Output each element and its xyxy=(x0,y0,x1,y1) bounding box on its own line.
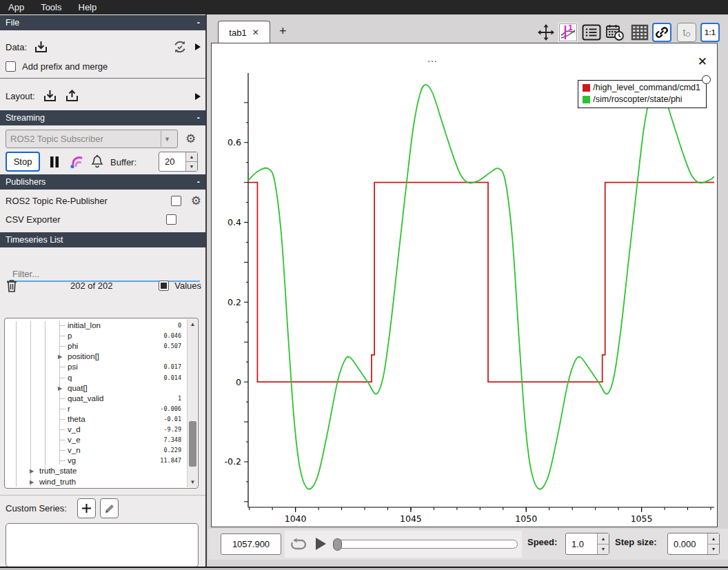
y-tick-label: 0 xyxy=(236,377,241,387)
values-checkbox[interactable] xyxy=(159,281,169,291)
menu-help[interactable]: Help xyxy=(70,1,105,14)
buffer-spin-down[interactable]: ▼ xyxy=(186,162,197,171)
tree-item-wind_truth[interactable]: ▶wind_truth xyxy=(5,477,185,487)
republisher-checkbox[interactable] xyxy=(171,196,181,206)
y-tick-label: 0.6 xyxy=(228,137,241,147)
buffer-label: Buffer: xyxy=(110,157,136,167)
trash-icon[interactable] xyxy=(6,278,18,293)
expand-arrow-icon[interactable]: ▶ xyxy=(30,479,34,485)
tab-close-icon[interactable]: ✕ xyxy=(252,28,259,37)
grid-layout-icon[interactable] xyxy=(630,23,649,42)
scrollbar-down-arrow[interactable]: ▼ xyxy=(188,478,197,487)
time-offset-icon[interactable]: tO xyxy=(677,23,696,42)
tree-item-initial_lon[interactable]: initial_lon0 xyxy=(5,320,185,331)
tree-item-v_e[interactable]: v_e7.348 xyxy=(5,435,185,445)
speed-spinbox[interactable]: 1.0 ▲▼ xyxy=(565,533,609,555)
menubar: App Tools Help xyxy=(0,0,728,14)
timeseries-section-header[interactable]: Timeseries List xyxy=(0,232,205,247)
streaming-settings-gear-icon[interactable]: ⚙ xyxy=(185,133,196,145)
tree-item-theta[interactable]: theta-0.01 xyxy=(5,414,185,425)
plot-widget[interactable]: 10401045105010550.60.40.20-0.2 ... ✕ /hi… xyxy=(211,43,718,527)
buffer-spinbox[interactable]: 20 ▲▼ xyxy=(159,152,198,172)
streaming-signal-icon[interactable] xyxy=(68,154,85,170)
file-section-header[interactable]: File - xyxy=(0,15,205,30)
custom-series-list[interactable] xyxy=(6,523,199,567)
speed-spin-up[interactable]: ▲ xyxy=(598,533,609,544)
tree-branch-tick xyxy=(59,346,65,347)
plot-canvas[interactable]: 10401045105010550.60.40.20-0.2 xyxy=(212,43,717,527)
legend-handle-icon[interactable] xyxy=(702,75,711,84)
datetime-icon[interactable] xyxy=(605,23,625,42)
tree-scrollbar[interactable]: ▲ ▼ xyxy=(187,319,197,487)
new-tab-button[interactable]: + xyxy=(279,24,287,39)
tree-item-truth_state[interactable]: ▶truth_state xyxy=(5,466,185,476)
loop-icon[interactable] xyxy=(290,536,307,553)
link-axes-icon[interactable] xyxy=(652,23,671,42)
tree-item-quat[interactable]: ▶quat[] xyxy=(5,383,185,394)
save-layout-icon[interactable] xyxy=(65,89,79,103)
curve-tracker-icon[interactable]: 1 xyxy=(558,23,578,42)
tree-item-phi[interactable]: phi0.507 xyxy=(5,341,185,352)
data-row: Data: xyxy=(6,39,201,54)
add-custom-series-button[interactable] xyxy=(77,498,96,518)
move-arrows-icon[interactable] xyxy=(536,23,556,42)
tree-item-p[interactable]: p0.046 xyxy=(5,331,185,341)
streaming-section-header[interactable]: Streaming - xyxy=(0,110,205,125)
step-spin-up[interactable]: ▲ xyxy=(708,533,719,544)
tree-item-q[interactable]: q0.014 xyxy=(5,373,185,383)
series-curve-0[interactable] xyxy=(248,183,714,383)
plot-close-icon[interactable]: ✕ xyxy=(698,56,707,68)
edit-custom-series-button[interactable] xyxy=(100,498,119,518)
tree-item-position[interactable]: ▶position[] xyxy=(5,352,185,362)
playback-slider[interactable] xyxy=(333,540,518,549)
layout-more-arrow-icon[interactable] xyxy=(194,92,201,101)
tree-item-quat_valid[interactable]: quat_valid1 xyxy=(5,394,185,404)
load-data-icon[interactable] xyxy=(34,40,48,54)
tree-item-status[interactable]: ▶status xyxy=(5,487,185,489)
tree-item-r[interactable]: r-0.006 xyxy=(5,404,185,414)
step-size-value: 0.000 xyxy=(668,533,707,554)
scrollbar-up-arrow[interactable]: ▲ xyxy=(188,320,197,329)
tree-item-psi[interactable]: psi0.017 xyxy=(5,362,185,372)
csv-exporter-checkbox[interactable] xyxy=(166,214,176,225)
pause-icon[interactable] xyxy=(49,156,60,168)
step-spin-down[interactable]: ▼ xyxy=(708,544,719,555)
tab-tab1[interactable]: tab1 ✕ xyxy=(218,21,270,43)
scrollbar-thumb[interactable] xyxy=(189,421,196,467)
combobox-dropdown-arrow-icon[interactable]: ▼ xyxy=(161,131,173,147)
playback-bar: 1057.900 Speed: 1.0 ▲▼ Step size: 0.000 xyxy=(208,529,728,560)
tree-item-v_n[interactable]: v_n0.229 xyxy=(5,445,185,456)
load-layout-icon[interactable] xyxy=(43,89,57,103)
plot-legend[interactable]: /high_level_command/cmd1/sim/roscopter/s… xyxy=(578,80,707,108)
legend-list-icon[interactable] xyxy=(582,23,601,42)
file-collapse-button[interactable]: - xyxy=(197,18,200,28)
legend-entry-0[interactable]: /high_level_command/cmd1 xyxy=(583,82,700,94)
legend-entry-1[interactable]: /sim/roscopter/state/phi xyxy=(583,94,700,105)
menu-tools[interactable]: Tools xyxy=(32,1,70,14)
expand-arrow-icon[interactable]: ▶ xyxy=(58,385,62,391)
playback-slider-handle[interactable] xyxy=(333,538,342,551)
ratio-1-1-icon[interactable]: 1:1 xyxy=(700,23,720,42)
expand-arrow-icon[interactable]: ▶ xyxy=(30,468,34,474)
streaming-collapse-button[interactable]: - xyxy=(197,113,200,123)
current-time-field[interactable]: 1057.900 xyxy=(221,533,281,555)
streaming-plugin-combobox[interactable]: ROS2 Topic Subscriber ▼ xyxy=(6,130,178,148)
data-more-arrow-icon[interactable] xyxy=(194,43,201,51)
republisher-gear-icon[interactable]: ⚙ xyxy=(191,195,201,207)
buffer-spin-up[interactable]: ▲ xyxy=(186,152,197,162)
tree-item-v_d[interactable]: v_d-9.29 xyxy=(5,425,185,435)
speed-spin-down[interactable]: ▼ xyxy=(598,544,609,555)
menu-app[interactable]: App xyxy=(0,1,32,14)
expand-arrow-icon[interactable]: ▶ xyxy=(58,354,62,360)
notification-bell-icon[interactable] xyxy=(90,154,104,170)
step-size-spinbox[interactable]: 0.000 ▲▼ xyxy=(667,533,720,555)
tree-item-vg[interactable]: vg11.847 xyxy=(5,456,185,466)
series-curve-1[interactable] xyxy=(248,85,714,489)
publishers-collapse-button[interactable]: - xyxy=(197,177,200,187)
stop-button[interactable]: Stop xyxy=(6,152,40,172)
publishers-section-title: Publishers xyxy=(6,177,46,187)
publishers-section-header[interactable]: Publishers - xyxy=(0,174,205,190)
reload-data-icon[interactable] xyxy=(172,39,188,54)
prefix-merge-checkbox[interactable] xyxy=(6,61,16,72)
play-icon[interactable] xyxy=(314,536,327,551)
